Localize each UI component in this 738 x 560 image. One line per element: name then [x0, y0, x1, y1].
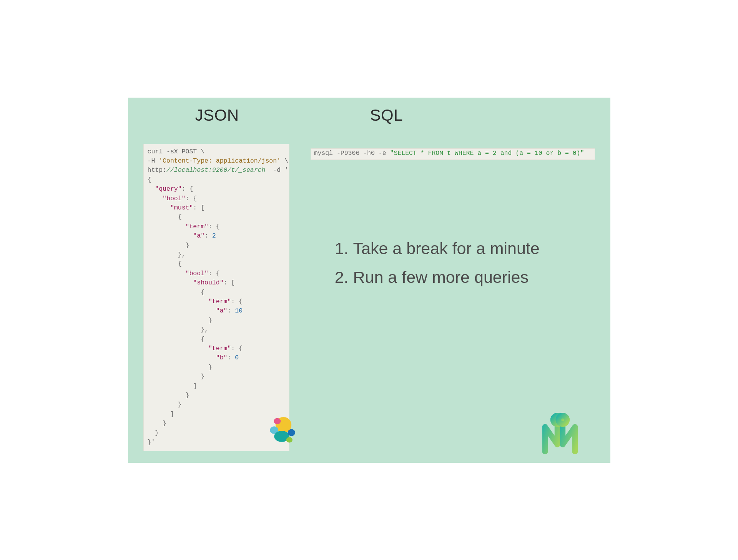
code-line: curl -sX POST \: [148, 148, 205, 155]
step-item: Take a break for a minute: [353, 234, 588, 263]
code-number: 0: [235, 354, 239, 361]
code-token: "SELECT * FROM t WHERE a = 2 and (a = 10…: [390, 150, 584, 157]
code-key: "bool": [163, 195, 185, 202]
json-code-block: curl -sX POST \ -H 'Content-Type: applic…: [143, 144, 289, 451]
code-token: -H: [148, 157, 159, 165]
code-line: }': [148, 439, 155, 446]
code-token: \: [281, 157, 288, 165]
code-key: "bool": [186, 270, 208, 277]
code-token: mysql -P9306 -h0 -e: [314, 150, 390, 157]
code-key: "term": [208, 345, 231, 352]
code-token: 'Content-Type: application/json': [159, 157, 281, 165]
code-key: "a": [216, 307, 228, 314]
code-key: "should": [193, 279, 223, 286]
elastic-logo-icon: [264, 414, 299, 448]
svg-point-5: [286, 437, 292, 442]
column-title-json: JSON: [195, 106, 239, 125]
code-key: "must": [170, 204, 193, 211]
code-token: http:: [148, 166, 167, 174]
sql-code-block: mysql -P9306 -h0 -e "SELECT * FROM t WHE…: [311, 148, 595, 160]
code-number: 2: [212, 232, 216, 239]
code-key: "term": [208, 298, 231, 305]
steps-list: Take a break for a minute Run a few more…: [334, 234, 588, 292]
code-token: //localhost:9200/t/_search: [166, 166, 265, 174]
slide: JSON SQL curl -sX POST \ -H 'Content-Typ…: [128, 98, 610, 463]
code-key: "b": [216, 354, 228, 361]
code-key: "query": [155, 185, 181, 193]
code-key: "a": [193, 232, 204, 239]
code-number: 10: [235, 307, 243, 314]
code-key: "term": [186, 223, 208, 230]
step-item: Run a few more queries: [353, 263, 588, 292]
svg-point-4: [288, 429, 295, 436]
code-token: -d ': [265, 166, 288, 174]
m-logo-icon: [537, 413, 595, 455]
svg-point-1: [274, 418, 281, 424]
column-title-sql: SQL: [370, 106, 403, 125]
